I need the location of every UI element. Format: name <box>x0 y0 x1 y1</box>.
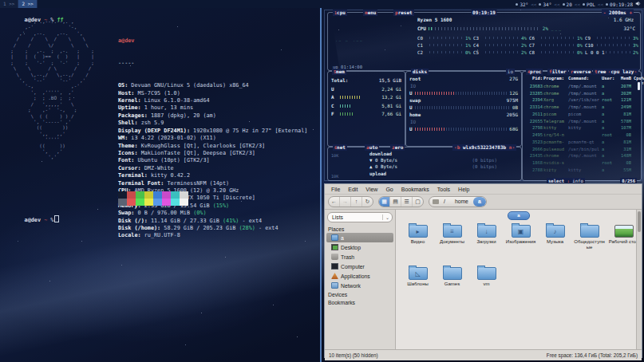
file-item[interactable]: Общедоступные <box>572 222 606 265</box>
file-item[interactable]: ♪Музыка <box>538 222 572 265</box>
proc-sort-selector[interactable]: ‹cpu lazy› <box>606 69 638 75</box>
terminal-window[interactable]: a@dev ~ % ff , .,--..--,. , ,-' '-, ,' ,… <box>0 8 322 362</box>
sidebar-item-trash[interactable]: Trash <box>326 252 393 262</box>
file-item[interactable]: ◺Шаблоны <box>401 265 435 307</box>
sidebar-item-a[interactable]: a <box>326 233 393 242</box>
proc-cell-pid: 2788 <box>526 167 543 172</box>
proc-cell-usr: a <box>602 84 614 89</box>
proc-scrollbar[interactable] <box>638 82 640 90</box>
menu-bookmarks[interactable]: Bookmarks <box>397 187 433 192</box>
net-zero-button[interactable]: zero <box>390 144 405 151</box>
cpu-box-title[interactable]: 1cpu <box>333 10 347 16</box>
palette-swatch-bright <box>153 199 162 206</box>
sidebar-item-network[interactable]: Network <box>326 281 393 290</box>
folder-scrollbar[interactable] <box>636 210 642 349</box>
workspace-button[interactable]: 1 >> <box>0 0 18 8</box>
btop-window[interactable]: 1cpu menu preset 09:19:19 - 2000ms + Ryz… <box>324 10 642 181</box>
status-block: 20 <box>563 2 572 7</box>
proc-cell-cmd: /usr/lib/xor <box>568 97 601 102</box>
tab-a[interactable]: a <box>508 211 530 220</box>
proc-row[interactable]: 2666pulseaud/usr/bin/pula31M0.0 <box>526 145 636 152</box>
cpu-core-cell: C103% <box>585 41 638 49</box>
forward-button[interactable]: → <box>340 197 351 207</box>
terminal-prompt-bottom[interactable]: a@dev ~ % <box>5 209 59 230</box>
disks-box-title[interactable]: disks <box>411 69 429 75</box>
proc-row[interactable]: 23683chrome/tmp/.mount_a207M0.0 <box>526 83 636 90</box>
net-interface-switcher[interactable]: ‹b wlx9c532234783b n› <box>452 144 516 151</box>
folder-view[interactable]: a ▸Видео≡Документы↓Загрузки▣Изображения♪… <box>396 210 642 349</box>
thumbnail-view-button[interactable]: ▢ <box>413 197 423 207</box>
devices-header[interactable]: Devices <box>325 290 395 298</box>
file-item[interactable]: vm <box>469 265 504 307</box>
fetch-underline: ----- <box>118 60 307 67</box>
breadcrumb-item[interactable]: home <box>450 197 473 207</box>
proc-box-title[interactable]: 4proc <box>526 69 543 75</box>
proc-row[interactable]: 3523pcmanfm-pcmanfm-qta81M0.0 <box>526 139 636 146</box>
proc-row[interactable]: 2394Xorg/usr/lib/xorroot121M0.2 <box>526 96 636 104</box>
back-button[interactable]: ← <box>329 197 340 207</box>
proc-filter-button[interactable]: filter <box>547 69 568 75</box>
item-count: 10 item(s) (50 hidden) <box>329 352 378 358</box>
status-separator: << <box>575 2 580 7</box>
menu-go[interactable]: Go <box>381 187 397 192</box>
icon-view-button[interactable]: ▦ <box>379 197 390 207</box>
fetch-line: Display (DEXP DF24M1): 1920x1080 @ 75 Hz… <box>118 128 307 135</box>
proc-row[interactable]: 23314chrome/tmp/.mount_a249M0.0 <box>526 104 636 111</box>
proc-row[interactable]: 2788kittykittya55M0.1 <box>526 167 636 174</box>
preset-button[interactable]: preset <box>393 10 414 16</box>
proc-cell-cmd: kitty <box>568 167 601 172</box>
file-item[interactable]: ▸Видео <box>401 222 435 265</box>
proc-row[interactable]: 23285chrome/tmp/.mount_a202M0.0 <box>526 89 636 96</box>
cpu-label: CPU <box>417 26 426 31</box>
sidebar-item-computer[interactable]: Computer <box>326 262 393 271</box>
palette-row <box>118 191 188 199</box>
filemanager-window[interactable]: FileEditViewGoBookmarksToolsHelp ←→↑↻ ▦▤… <box>324 183 642 358</box>
file-item[interactable]: Games <box>435 265 469 307</box>
menu-tools[interactable]: Tools <box>433 187 454 192</box>
palette-swatch-bright <box>162 199 171 206</box>
proc-row[interactable]: 22655Telegram/tmp/.mount_a578M0.0 <box>526 117 636 124</box>
menu-edit[interactable]: Edit <box>344 187 362 192</box>
proc-cell-pid: 3523 <box>526 140 543 144</box>
up-button[interactable]: ↑ <box>351 197 362 207</box>
proc-row[interactable]: 1868nvidia-sroot0B0.0 <box>526 159 636 167</box>
file-item[interactable]: ≡Документы <box>435 222 469 265</box>
menu-file[interactable]: File <box>327 187 344 192</box>
proc-row[interactable]: 23435chrome/tmp/.mount_a148M0.0 <box>526 152 636 159</box>
proc-tree-button[interactable]: tree <box>593 69 607 75</box>
proc-cell-cpu: 0.0 <box>632 112 636 116</box>
menu-view[interactable]: View <box>362 187 381 192</box>
workspace-list: 1 >>2 >> <box>0 0 38 8</box>
fetch-key: Terminal: <box>118 172 148 179</box>
sidebar-item-label: Computer <box>341 264 365 270</box>
bookmarks-header[interactable]: Bookmarks <box>325 298 395 306</box>
proc-cell-prog: Telegram <box>543 119 567 124</box>
menu-help[interactable]: Help <box>454 187 473 192</box>
file-item[interactable]: ▣Изображения <box>504 222 538 265</box>
detailed-view-button[interactable]: ☰ <box>401 197 413 207</box>
net-box-title[interactable]: 6net <box>333 144 347 151</box>
breadcrumb-item[interactable]: a <box>473 197 486 207</box>
proc-row[interactable]: 2611picompicoma81M0.0 <box>526 111 636 118</box>
core-meter <box>597 44 631 46</box>
proc-cell-usr: a <box>602 119 614 124</box>
disks-io-mode[interactable]: io <box>506 69 515 75</box>
mem-box-title[interactable]: 5mem <box>332 69 346 75</box>
update-interval[interactable]: - 2000ms + <box>602 10 634 16</box>
proc-reverse-button[interactable]: reverse <box>569 69 592 75</box>
file-item[interactable]: ↓Загрузки <box>469 222 504 265</box>
proc-cell-usr: a <box>602 153 614 158</box>
proc-row[interactable]: 2798kittykittya107M0.2 <box>526 124 636 132</box>
side-pane-selector[interactable]: Lists ⌄ <box>327 212 393 222</box>
workspace-button[interactable]: 2 >> <box>18 0 37 8</box>
sidebar-item-desktop[interactable]: Desktop <box>326 242 393 252</box>
breadcrumb-item[interactable]: / <box>439 197 450 207</box>
sidebar-item-applications[interactable]: Applications <box>326 271 393 281</box>
core-name: C8 <box>529 50 539 55</box>
net-auto-button[interactable]: auto <box>365 144 379 151</box>
compact-view-button[interactable]: ▤ <box>390 197 401 207</box>
volume-icon[interactable] <box>635 1 641 7</box>
proc-row[interactable]: 2495irq/54-nroot0B0.0 <box>526 132 636 139</box>
menu-button[interactable]: menu <box>363 10 377 16</box>
reload-button[interactable]: ↻ <box>362 197 373 207</box>
